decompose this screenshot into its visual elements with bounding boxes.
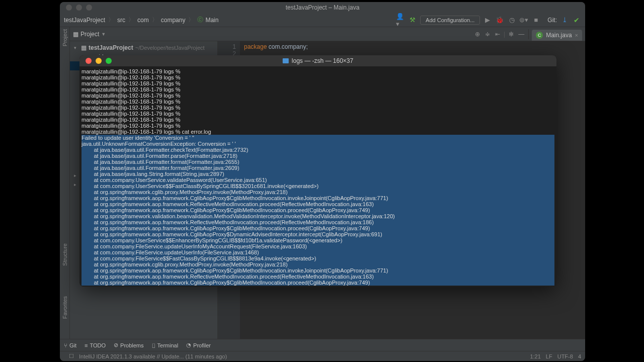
tab-label: Main.java <box>546 32 572 39</box>
left-gutter: Project Structure Favorites <box>60 27 70 339</box>
gutter-favorites[interactable]: Favorites <box>62 296 68 319</box>
kw-package: package <box>244 43 267 50</box>
status-spaces[interactable]: 4 <box>578 353 581 359</box>
project-panel-title[interactable]: Project <box>80 31 99 38</box>
terminal-body[interactable]: maratgizatullin@ip-192-168-1-79 logs % m… <box>79 66 556 287</box>
editor-tab[interactable]: C Main.java × <box>532 30 582 41</box>
gutter-project[interactable]: Project <box>62 29 68 46</box>
folder-icon <box>283 58 289 63</box>
bc-2[interactable]: com <box>137 17 149 24</box>
gutter-structure[interactable]: Structure <box>62 243 68 266</box>
tab-terminal[interactable]: ⌷Terminal <box>152 342 179 348</box>
breadcrumb: testJavaProject〉 src〉 com〉 company〉 ⓒ Ma… <box>64 16 396 24</box>
close-tab-icon[interactable]: × <box>575 32 578 38</box>
window-title: testJavaProject – Main.java <box>286 4 360 11</box>
locate-icon[interactable]: ⊕ <box>473 31 481 38</box>
bottom-tabs: ⑂Git ≡TODO ⊘Problems ⌷Terminal ◔Profiler <box>60 339 585 351</box>
term-close-icon[interactable] <box>86 58 92 64</box>
bc-4[interactable]: Main <box>205 17 218 24</box>
toolbar: testJavaProject〉 src〉 com〉 company〉 ⓒ Ma… <box>60 13 585 27</box>
bc-0[interactable]: testJavaProject <box>64 17 105 24</box>
minimize-icon[interactable] <box>76 5 82 11</box>
term-minimize-icon[interactable] <box>96 58 102 64</box>
traffic-lights <box>60 5 92 11</box>
status-update[interactable]: IntelliJ IDEA 2021.1.3 available // Upda… <box>79 353 227 359</box>
user-icon[interactable]: 👤▾ <box>396 16 405 25</box>
terminal-titlebar: logs — -zsh — 160×37 <box>79 55 556 66</box>
profile-icon[interactable]: ⊚▾ <box>519 16 528 25</box>
toolbar-right: 👤▾ ⚒ Add Configuration... ▶ 🐞 ◷ ⊚▾ ■ Git… <box>396 16 581 25</box>
titlebar: testJavaProject – Main.java <box>60 2 585 13</box>
statusbar: ☐ IntelliJ IDEA 2021.1.3 available // Up… <box>60 351 585 361</box>
settings-icon[interactable]: ✻ <box>507 31 515 38</box>
run-icon[interactable]: ▶ <box>483 16 492 25</box>
tab-todo[interactable]: ≡TODO <box>85 342 106 348</box>
status-pos[interactable]: 1:21 <box>530 353 540 359</box>
close-icon[interactable] <box>66 5 72 11</box>
tree-root[interactable]: testJavaProject <box>89 44 133 51</box>
tab-git[interactable]: ⑂Git <box>64 342 76 348</box>
status-lf[interactable]: LF <box>546 353 552 359</box>
hide-icon[interactable]: — <box>517 31 525 38</box>
vcs-commit-icon[interactable]: ✔ <box>572 16 581 25</box>
collapse-icon[interactable]: ⇤ <box>494 31 502 38</box>
bc-3[interactable]: company <box>161 17 186 24</box>
tab-profiler[interactable]: ◔Profiler <box>186 342 211 348</box>
tab-problems[interactable]: ⊘Problems <box>114 342 143 348</box>
terminal-window[interactable]: logs — -zsh — 160×37 maratgizatullin@ip-… <box>79 55 556 287</box>
stop-icon[interactable]: ■ <box>531 16 540 25</box>
pkg-name: com.company; <box>267 43 307 50</box>
git-label: Git: <box>547 17 557 24</box>
bc-1[interactable]: src <box>117 17 125 24</box>
expand-icon[interactable]: ≑ <box>484 31 492 38</box>
coverage-icon[interactable]: ◷ <box>507 16 516 25</box>
add-configuration-button[interactable]: Add Configuration... <box>420 16 480 25</box>
status-enc[interactable]: UTF-8 <box>557 353 573 359</box>
maximize-icon[interactable] <box>86 5 92 11</box>
terminal-title: logs — -zsh — 160×37 <box>283 57 353 64</box>
chevron-right-icon[interactable]: ▸ <box>74 182 79 187</box>
debug-icon[interactable]: 🐞 <box>495 16 504 25</box>
chevron-right-icon[interactable]: ▸ <box>74 173 79 178</box>
vcs-update-icon[interactable]: ⤓ <box>560 16 569 25</box>
term-maximize-icon[interactable] <box>106 58 112 64</box>
project-panel-header: ▦ Project ▼ ⊕ ≑ ⇤ | ✻ — C Main.java × <box>70 27 585 41</box>
tree-root-path: ~/Developer/testJavaProject <box>135 45 205 51</box>
build-icon[interactable]: ⚒ <box>408 16 417 25</box>
